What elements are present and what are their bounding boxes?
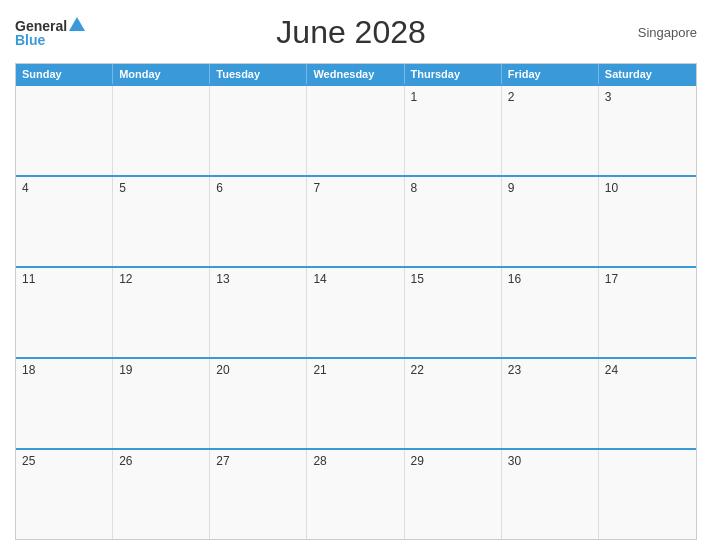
day-cell-30: 30 [502, 450, 599, 539]
day-cell-29: 29 [405, 450, 502, 539]
day-header-monday: Monday [113, 64, 210, 84]
calendar-header: SundayMondayTuesdayWednesdayThursdayFrid… [16, 64, 696, 84]
day-number: 29 [411, 454, 424, 468]
day-header-sunday: Sunday [16, 64, 113, 84]
day-number: 4 [22, 181, 29, 195]
day-number: 11 [22, 272, 35, 286]
day-cell-empty-2 [210, 86, 307, 175]
day-header-tuesday: Tuesday [210, 64, 307, 84]
day-cell-empty-6 [599, 450, 696, 539]
logo-blue-text: Blue [15, 33, 45, 47]
week-row-1: 45678910 [16, 175, 696, 266]
day-number: 10 [605, 181, 618, 195]
day-cell-10: 10 [599, 177, 696, 266]
calendar-page: General Blue June 2028 Singapore SundayM… [0, 0, 712, 550]
day-number: 7 [313, 181, 320, 195]
day-number: 2 [508, 90, 515, 104]
day-number: 5 [119, 181, 126, 195]
day-cell-25: 25 [16, 450, 113, 539]
day-cell-12: 12 [113, 268, 210, 357]
day-number: 24 [605, 363, 618, 377]
day-cell-22: 22 [405, 359, 502, 448]
header: General Blue June 2028 Singapore [15, 10, 697, 55]
logo: General Blue [15, 19, 85, 47]
week-row-4: 252627282930 [16, 448, 696, 539]
month-title: June 2028 [85, 14, 617, 51]
day-number: 22 [411, 363, 424, 377]
day-cell-2: 2 [502, 86, 599, 175]
day-cell-13: 13 [210, 268, 307, 357]
day-header-thursday: Thursday [405, 64, 502, 84]
week-row-2: 11121314151617 [16, 266, 696, 357]
day-cell-21: 21 [307, 359, 404, 448]
day-cell-27: 27 [210, 450, 307, 539]
day-cell-empty-0 [16, 86, 113, 175]
day-cell-9: 9 [502, 177, 599, 266]
day-number: 13 [216, 272, 229, 286]
day-number: 19 [119, 363, 132, 377]
day-number: 12 [119, 272, 132, 286]
day-cell-14: 14 [307, 268, 404, 357]
day-cell-1: 1 [405, 86, 502, 175]
day-cell-4: 4 [16, 177, 113, 266]
day-cell-20: 20 [210, 359, 307, 448]
day-header-friday: Friday [502, 64, 599, 84]
day-number: 1 [411, 90, 418, 104]
day-number: 6 [216, 181, 223, 195]
day-number: 26 [119, 454, 132, 468]
day-cell-empty-3 [307, 86, 404, 175]
day-number: 20 [216, 363, 229, 377]
day-cell-7: 7 [307, 177, 404, 266]
day-cell-16: 16 [502, 268, 599, 357]
day-cell-28: 28 [307, 450, 404, 539]
region-label: Singapore [617, 25, 697, 40]
logo-general-text: General [15, 19, 67, 33]
day-cell-11: 11 [16, 268, 113, 357]
day-number: 27 [216, 454, 229, 468]
day-number: 16 [508, 272, 521, 286]
day-cell-5: 5 [113, 177, 210, 266]
day-cell-24: 24 [599, 359, 696, 448]
day-cell-19: 19 [113, 359, 210, 448]
day-number: 23 [508, 363, 521, 377]
calendar: SundayMondayTuesdayWednesdayThursdayFrid… [15, 63, 697, 540]
day-number: 18 [22, 363, 35, 377]
day-cell-8: 8 [405, 177, 502, 266]
day-cell-6: 6 [210, 177, 307, 266]
day-header-saturday: Saturday [599, 64, 696, 84]
day-cell-26: 26 [113, 450, 210, 539]
day-cell-3: 3 [599, 86, 696, 175]
logo-triangle-icon [69, 17, 85, 31]
day-cell-17: 17 [599, 268, 696, 357]
day-number: 30 [508, 454, 521, 468]
day-number: 8 [411, 181, 418, 195]
day-cell-18: 18 [16, 359, 113, 448]
day-header-wednesday: Wednesday [307, 64, 404, 84]
day-number: 28 [313, 454, 326, 468]
week-row-3: 18192021222324 [16, 357, 696, 448]
week-row-0: 123 [16, 84, 696, 175]
day-number: 25 [22, 454, 35, 468]
day-cell-empty-1 [113, 86, 210, 175]
day-number: 15 [411, 272, 424, 286]
day-number: 9 [508, 181, 515, 195]
day-number: 3 [605, 90, 612, 104]
day-number: 17 [605, 272, 618, 286]
day-number: 21 [313, 363, 326, 377]
calendar-body: 1234567891011121314151617181920212223242… [16, 84, 696, 539]
day-cell-15: 15 [405, 268, 502, 357]
day-number: 14 [313, 272, 326, 286]
day-cell-23: 23 [502, 359, 599, 448]
